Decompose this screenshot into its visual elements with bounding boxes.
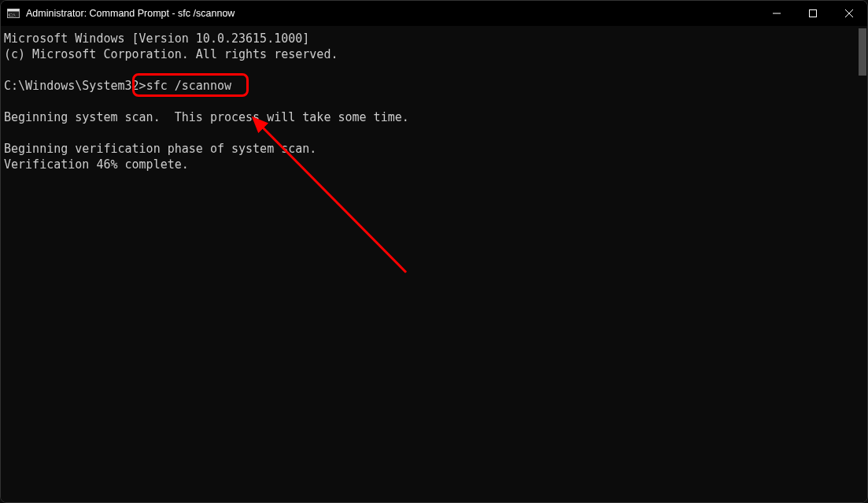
prompt-line: C:\Windows\System32>sfc /scannow (4, 78, 864, 94)
svg-rect-4 (810, 10, 817, 17)
output-blank (4, 94, 864, 109)
prompt-path: C:\Windows\System32> (4, 79, 146, 93)
output-line-version: Microsoft Windows [Version 10.0.23615.10… (4, 31, 864, 46)
close-button[interactable] (831, 1, 867, 26)
scrollbar[interactable] (859, 28, 866, 497)
output-line-scan: Beginning system scan. This process will… (4, 109, 864, 125)
terminal-output[interactable]: Microsoft Windows [Version 10.0.23615.10… (1, 26, 867, 502)
output-blank (4, 62, 864, 78)
svg-text:C:\: C:\ (9, 12, 16, 18)
minimize-button[interactable] (759, 1, 795, 26)
output-line-verify: Beginning verification phase of system s… (4, 141, 864, 157)
output-blank (4, 125, 864, 141)
output-line-progress: Verification 46% complete. (4, 157, 864, 172)
maximize-button[interactable] (795, 1, 831, 26)
entered-command: sfc /scannow (146, 79, 231, 93)
cmd-icon: C:\ (7, 7, 20, 20)
titlebar[interactable]: C:\ Administrator: Command Prompt - sfc … (1, 1, 867, 26)
scrollbar-thumb[interactable] (859, 28, 866, 76)
window-title: Administrator: Command Prompt - sfc /sca… (26, 8, 235, 19)
output-line-copyright: (c) Microsoft Corporation. All rights re… (4, 46, 864, 62)
command-prompt-window: C:\ Administrator: Command Prompt - sfc … (0, 0, 868, 503)
